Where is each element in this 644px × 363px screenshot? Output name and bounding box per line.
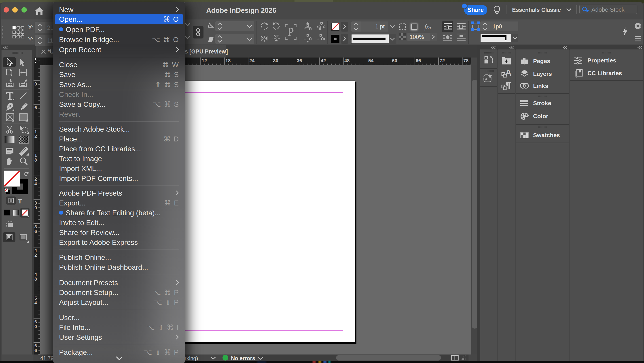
- svg-text:P: P: [288, 26, 294, 38]
